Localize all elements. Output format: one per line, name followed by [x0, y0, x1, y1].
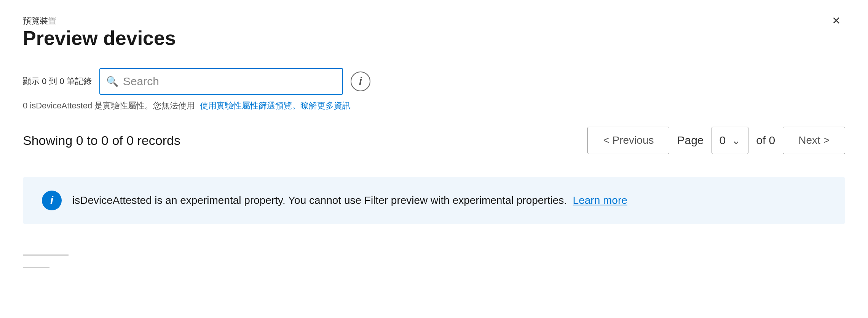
divider-line-1 [23, 254, 69, 256]
showing-label-small: 顯示 0 到 0 筆記錄 [23, 76, 92, 87]
close-icon: ✕ [832, 14, 841, 27]
title-area: 預覽裝置 Preview devices [23, 15, 845, 49]
search-area: 顯示 0 到 0 筆記錄 🔍 i [23, 68, 845, 95]
info-banner-icon: i [42, 191, 62, 210]
close-button[interactable]: ✕ [827, 11, 845, 30]
showing-row: Showing 0 to 0 of 0 records < Previous P… [23, 127, 845, 154]
title-subtitle: 預覽裝置 [23, 15, 845, 27]
showing-text: Showing 0 to 0 of 0 records [23, 133, 180, 148]
search-input[interactable] [99, 68, 343, 95]
experimental-notice-small: 0 isDeviceAttested 是實驗性屬性。您無法使用 使用實驗性屬性篩… [23, 100, 845, 111]
info-banner-text: isDeviceAttested is an experimental prop… [72, 194, 627, 207]
divider-line-2 [23, 267, 49, 268]
page-label: Page [677, 134, 704, 147]
next-button[interactable]: Next > [783, 127, 845, 154]
info-icon-button[interactable]: i [351, 72, 370, 91]
page-select-value: 0 [720, 134, 726, 147]
search-input-wrapper: 🔍 [99, 68, 343, 95]
of-label: of 0 [756, 134, 775, 147]
title-main: Preview devices [23, 27, 845, 49]
previous-button[interactable]: < Previous [587, 127, 669, 154]
info-banner: i isDeviceAttested is an experimental pr… [23, 177, 845, 224]
pagination-controls: < Previous Page 0 ⌄ of 0 Next > [587, 127, 845, 154]
experimental-notice-small-link[interactable]: 使用實驗性屬性篩選預覽。瞭解更多資訊 [200, 101, 351, 110]
dialog-container: ✕ 預覽裝置 Preview devices 顯示 0 到 0 筆記錄 🔍 i … [0, 0, 868, 318]
info-icon: i [359, 75, 362, 87]
page-select-wrapper[interactable]: 0 ⌄ [712, 127, 749, 154]
chevron-down-icon: ⌄ [732, 134, 740, 147]
learn-more-link[interactable]: Learn more [573, 194, 627, 206]
